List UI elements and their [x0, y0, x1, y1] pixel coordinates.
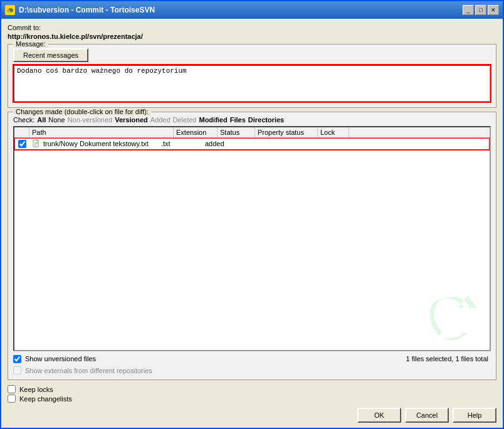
commit-to-section: Commit to: http://kronos.tu.kielce.pl/sv…: [8, 24, 496, 40]
col-status-header[interactable]: Status: [218, 127, 255, 137]
changes-group-title: Changes made (double-click on file for d…: [13, 108, 151, 115]
close-button[interactable]: ✕: [488, 5, 499, 15]
keep-changelists-checkbox[interactable]: [8, 395, 16, 403]
row-path-cell: trunk/Nowy Dokument tekstowy.txt: [29, 138, 159, 149]
filter-modified[interactable]: Modified: [199, 116, 227, 124]
filter-files[interactable]: Files: [230, 116, 246, 124]
file-table-header: Path Extension Status Property status Lo…: [14, 127, 490, 138]
filter-versioned[interactable]: Versioned: [115, 116, 148, 124]
title-buttons: _ □ ✕: [463, 5, 499, 15]
filter-none[interactable]: None: [48, 116, 65, 124]
main-window: 🐢 D:\subversion - Commit - TortoiseSVN _…: [0, 0, 504, 429]
filter-directories[interactable]: Directories: [248, 116, 284, 124]
show-externals-label: Show externals from different repositori…: [25, 367, 152, 374]
keep-locks-checkbox[interactable]: [8, 385, 16, 393]
message-textarea[interactable]: [13, 65, 491, 102]
message-group: Message: Recent messages: [8, 44, 496, 108]
file-table-body: trunk/Nowy Dokument tekstowy.txt .txt ad…: [14, 138, 490, 350]
filter-bar: Check: All None Non-versioned Versioned …: [13, 115, 491, 124]
status-bar-text: 1 files selected, 1 files total: [404, 354, 491, 364]
filter-deleted[interactable]: Deleted: [173, 116, 197, 124]
file-table-container: Path Extension Status Property status Lo…: [13, 126, 491, 351]
col-lock-header[interactable]: Lock: [318, 127, 349, 137]
col-ext-header[interactable]: Extension: [174, 127, 218, 137]
keep-options-section: Keep locks Keep changelists: [1, 385, 503, 404]
row-propstatus-cell: [240, 142, 303, 145]
message-group-title: Message:: [13, 40, 48, 48]
show-unversioned-row: Show unversioned files: [13, 355, 96, 363]
commit-to-url: http://kronos.tu.kielce.pl/svn/prezentac…: [8, 33, 496, 40]
col-propstatus-header[interactable]: Property status: [255, 127, 318, 137]
bottom-options-row: Show unversioned files 1 files selected,…: [13, 354, 491, 364]
title-bar-left: 🐢 D:\subversion - Commit - TortoiseSVN: [5, 5, 155, 15]
row-check-cell[interactable]: [14, 140, 29, 148]
title-bar: 🐢 D:\subversion - Commit - TortoiseSVN _…: [1, 1, 503, 19]
keep-changelists-row: Keep changelists: [8, 395, 496, 403]
filter-non-versioned[interactable]: Non-versioned: [68, 116, 113, 124]
window-content: Commit to: http://kronos.tu.kielce.pl/sv…: [1, 19, 503, 385]
row-ext-cell: .txt: [159, 139, 202, 149]
filter-all[interactable]: All: [37, 116, 46, 124]
show-externals-row: Show externals from different repositori…: [13, 366, 491, 374]
col-check-header[interactable]: [14, 127, 29, 137]
keep-locks-label[interactable]: Keep locks: [19, 386, 53, 393]
keep-changelists-label[interactable]: Keep changelists: [19, 395, 72, 403]
tortoise-watermark: [427, 292, 483, 344]
maximize-button[interactable]: □: [475, 5, 486, 15]
check-label: Check:: [13, 116, 34, 124]
cancel-button[interactable]: Cancel: [405, 408, 449, 423]
app-icon: 🐢: [5, 5, 15, 15]
col-path-header[interactable]: Path: [29, 127, 174, 137]
tortoise-arrow-icon: [427, 292, 483, 342]
show-unversioned-label[interactable]: Show unversioned files: [25, 355, 96, 363]
row-path-text: trunk/Nowy Dokument tekstowy.txt: [43, 140, 149, 147]
minimize-button[interactable]: _: [463, 5, 474, 15]
commit-to-label: Commit to:: [8, 24, 496, 31]
help-button[interactable]: Help: [453, 408, 496, 423]
keep-locks-row: Keep locks: [8, 385, 496, 393]
file-icon: [32, 139, 41, 148]
table-row[interactable]: trunk/Nowy Dokument tekstowy.txt .txt ad…: [14, 138, 490, 150]
row-status-cell: added: [202, 139, 240, 149]
window-title: D:\subversion - Commit - TortoiseSVN: [19, 6, 155, 14]
button-bar: OK Cancel Help: [1, 404, 503, 428]
show-externals-checkbox[interactable]: [13, 366, 21, 374]
changes-group: Changes made (double-click on file for d…: [8, 112, 496, 380]
show-unversioned-checkbox[interactable]: [13, 355, 21, 363]
filter-added[interactable]: Added: [150, 116, 171, 124]
recent-messages-button[interactable]: Recent messages: [13, 48, 88, 62]
row-checkbox[interactable]: [18, 140, 26, 148]
row-lock-cell: [303, 142, 334, 145]
ok-button[interactable]: OK: [357, 408, 401, 423]
